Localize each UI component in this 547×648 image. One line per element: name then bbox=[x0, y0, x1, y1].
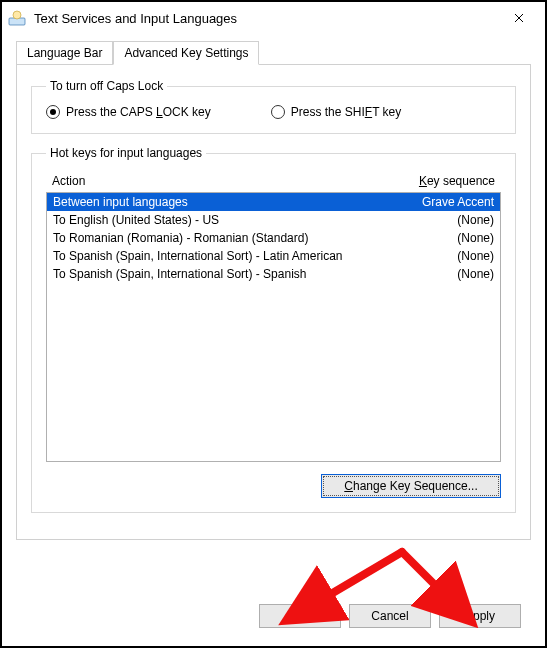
close-button[interactable] bbox=[499, 4, 539, 32]
apply-button[interactable]: Apply bbox=[439, 604, 521, 628]
ok-button[interactable]: OK bbox=[259, 604, 341, 628]
list-item[interactable]: To English (United States) - US (None) bbox=[47, 211, 500, 229]
tab-advanced-label: Advanced Key Settings bbox=[124, 46, 248, 60]
change-key-sequence-button[interactable]: Change Key Sequence... bbox=[321, 474, 501, 498]
list-item[interactable]: To Romanian (Romania) - Romanian (Standa… bbox=[47, 229, 500, 247]
radio-caps-lock[interactable]: Press the CAPS LOCK key bbox=[46, 105, 211, 119]
list-item[interactable]: Between input languages Grave Accent bbox=[47, 193, 500, 211]
radio-indicator bbox=[271, 105, 285, 119]
change-key-label: Change Key Sequence... bbox=[344, 479, 477, 493]
hotkeys-listbox[interactable]: Between input languages Grave Accent To … bbox=[46, 192, 501, 462]
radio-caps-label: Press the CAPS LOCK key bbox=[66, 105, 211, 119]
tab-page: To turn off Caps Lock Press the CAPS LOC… bbox=[16, 64, 531, 540]
list-item-action: To English (United States) - US bbox=[53, 213, 384, 227]
capslock-group: To turn off Caps Lock Press the CAPS LOC… bbox=[31, 79, 516, 134]
list-item-action: Between input languages bbox=[53, 195, 384, 209]
svg-point-1 bbox=[13, 11, 21, 19]
app-icon bbox=[8, 9, 26, 27]
capslock-options: Press the CAPS LOCK key Press the SHIFT … bbox=[46, 105, 501, 119]
list-item-key: (None) bbox=[384, 267, 494, 281]
tab-language-bar-label: Language Bar bbox=[27, 46, 102, 60]
list-item-action: To Spanish (Spain, International Sort) -… bbox=[53, 249, 384, 263]
list-item[interactable]: To Spanish (Spain, International Sort) -… bbox=[47, 247, 500, 265]
list-item-action: To Romanian (Romania) - Romanian (Standa… bbox=[53, 231, 384, 245]
window-title: Text Services and Input Languages bbox=[34, 11, 499, 26]
list-item-key: (None) bbox=[384, 213, 494, 227]
change-key-row: Change Key Sequence... bbox=[46, 474, 501, 498]
client-area: Language Bar Advanced Key Settings To tu… bbox=[2, 34, 545, 554]
hotkeys-legend: Hot keys for input languages bbox=[46, 146, 206, 160]
header-key: Key sequence bbox=[385, 174, 495, 188]
list-item-key: (None) bbox=[384, 231, 494, 245]
titlebar: Text Services and Input Languages bbox=[2, 2, 545, 34]
radio-shift-label: Press the SHIFT key bbox=[291, 105, 402, 119]
ok-label: OK bbox=[291, 609, 308, 623]
list-item[interactable]: To Spanish (Spain, International Sort) -… bbox=[47, 265, 500, 283]
list-item-key: Grave Accent bbox=[384, 195, 494, 209]
tab-language-bar[interactable]: Language Bar bbox=[16, 41, 113, 65]
header-action: Action bbox=[52, 174, 385, 188]
cancel-label: Cancel bbox=[371, 609, 408, 623]
apply-label: Apply bbox=[465, 609, 495, 623]
list-item-key: (None) bbox=[384, 249, 494, 263]
list-item-action: To Spanish (Spain, International Sort) -… bbox=[53, 267, 384, 281]
capslock-legend: To turn off Caps Lock bbox=[46, 79, 167, 93]
radio-shift[interactable]: Press the SHIFT key bbox=[271, 105, 402, 119]
tab-advanced-key-settings[interactable]: Advanced Key Settings bbox=[113, 41, 259, 65]
dialog-buttons: OK Cancel Apply bbox=[259, 604, 521, 628]
radio-indicator bbox=[46, 105, 60, 119]
tab-strip: Language Bar Advanced Key Settings bbox=[16, 41, 531, 65]
hotkeys-group: Hot keys for input languages Action Key … bbox=[31, 146, 516, 513]
list-headers: Action Key sequence bbox=[46, 172, 501, 192]
cancel-button[interactable]: Cancel bbox=[349, 604, 431, 628]
